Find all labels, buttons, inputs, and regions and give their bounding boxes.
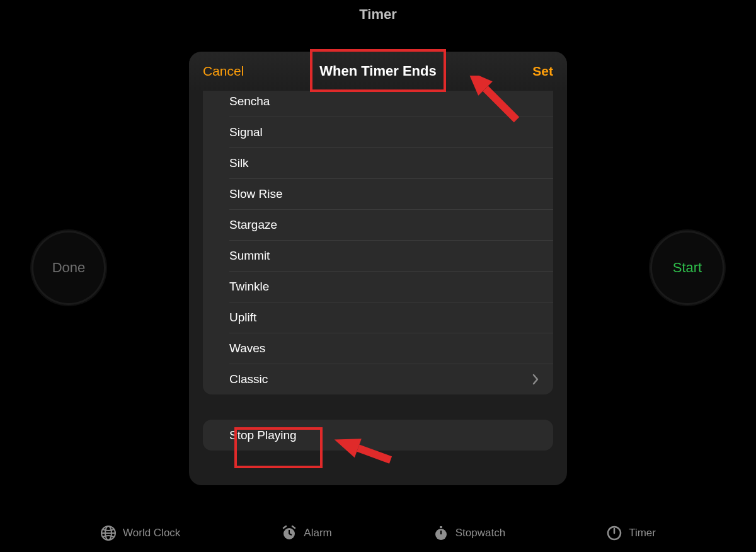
start-label: Start bbox=[673, 260, 702, 276]
sound-label: Slow Rise bbox=[229, 187, 282, 201]
done-label: Done bbox=[52, 260, 86, 276]
sound-label: Signal bbox=[229, 125, 263, 139]
done-button[interactable]: Done bbox=[32, 231, 106, 305]
sound-option-classic[interactable]: Classic bbox=[203, 364, 553, 394]
sound-label: Silk bbox=[229, 156, 249, 170]
sound-option-twinkle[interactable]: Twinkle bbox=[203, 271, 553, 302]
page-title: Timer bbox=[0, 6, 756, 23]
sound-option-signal[interactable]: Signal bbox=[203, 117, 553, 147]
tab-alarm[interactable]: Alarm bbox=[281, 525, 331, 541]
sound-list: Sencha Signal Silk Slow Rise Stargaze Su… bbox=[203, 91, 553, 394]
alarm-icon bbox=[281, 525, 297, 541]
stopwatch-icon bbox=[433, 525, 449, 541]
sound-option-slow-rise[interactable]: Slow Rise bbox=[203, 178, 553, 209]
sound-option-summit[interactable]: Summit bbox=[203, 240, 553, 271]
sound-option-uplift[interactable]: Uplift bbox=[203, 302, 553, 333]
sheet-body: Sencha Signal Silk Slow Rise Stargaze Su… bbox=[189, 91, 567, 485]
tab-world-clock[interactable]: World Clock bbox=[100, 525, 180, 541]
sound-label: Uplift bbox=[229, 311, 256, 325]
sound-label: Classic bbox=[229, 372, 268, 386]
svg-line-7 bbox=[292, 526, 295, 528]
tab-bar: World Clock Alarm Stopwatch bbox=[0, 520, 756, 546]
set-button[interactable]: Set bbox=[518, 52, 567, 91]
sound-option-stargaze[interactable]: Stargaze bbox=[203, 209, 553, 240]
sound-option-silk[interactable]: Silk bbox=[203, 147, 553, 178]
svg-line-6 bbox=[284, 526, 286, 528]
sheet-header: Cancel When Timer Ends Set bbox=[189, 52, 567, 91]
svg-rect-10 bbox=[440, 526, 442, 528]
start-button[interactable]: Start bbox=[650, 231, 724, 305]
tab-label: Stopwatch bbox=[455, 527, 505, 539]
sound-label: Summit bbox=[229, 249, 270, 263]
tab-label: World Clock bbox=[123, 527, 180, 539]
cancel-button[interactable]: Cancel bbox=[189, 52, 258, 91]
tab-label: Alarm bbox=[304, 527, 331, 539]
tab-label: Timer bbox=[629, 527, 656, 539]
when-timer-ends-sheet: Cancel When Timer Ends Set Sencha Signal… bbox=[189, 52, 567, 485]
stop-playing-card: Stop Playing bbox=[203, 420, 553, 451]
globe-icon bbox=[100, 525, 117, 541]
timer-icon bbox=[606, 525, 622, 541]
sound-option-sencha[interactable]: Sencha bbox=[203, 91, 553, 117]
tab-timer[interactable]: Timer bbox=[606, 525, 656, 541]
sound-label: Stargaze bbox=[229, 218, 277, 232]
stop-playing-option[interactable]: Stop Playing bbox=[203, 420, 553, 451]
tab-stopwatch[interactable]: Stopwatch bbox=[433, 525, 505, 541]
sheet-title: When Timer Ends bbox=[314, 62, 441, 81]
sound-label: Twinkle bbox=[229, 280, 269, 294]
sound-option-waves[interactable]: Waves bbox=[203, 333, 553, 364]
stop-playing-label: Stop Playing bbox=[229, 428, 297, 442]
chevron-right-icon bbox=[532, 374, 539, 385]
sound-label: Sencha bbox=[229, 95, 270, 108]
sound-label: Waves bbox=[229, 342, 265, 355]
